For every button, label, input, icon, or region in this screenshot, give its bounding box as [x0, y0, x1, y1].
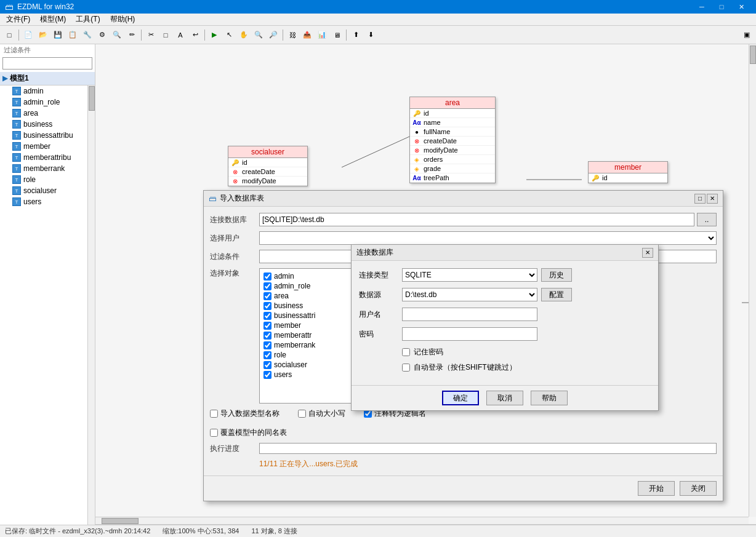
history-btn[interactable]: 历史 [541, 268, 572, 282]
cb-role[interactable] [263, 351, 271, 359]
toolbar-btn-select[interactable]: ↖ [222, 28, 236, 42]
toolbar-btn-pan[interactable]: ✋ [237, 28, 251, 42]
toolbar-btn-8[interactable]: ✏ [125, 28, 139, 42]
toolbar-btn-export3[interactable]: 🖥 [330, 28, 344, 42]
toolbar-btn-new[interactable]: 📄 [22, 28, 35, 42]
cb-admin[interactable] [263, 272, 271, 280]
password-input[interactable] [402, 327, 537, 341]
tree-item-role[interactable]: Trole [0, 174, 87, 185]
close-import-btn[interactable]: 关闭 [680, 481, 717, 496]
toolbar-btn-open[interactable]: 📂 [36, 28, 50, 42]
entity-socialuser-id: 🔑 id [228, 158, 307, 167]
minimize-button[interactable]: ─ [692, 0, 712, 14]
left-scroll-thumb[interactable] [89, 86, 95, 111]
toolbar-btn-save[interactable]: 💾 [51, 28, 65, 42]
table-icon: T [12, 131, 21, 140]
tree-item-admin[interactable]: Tadmin [0, 86, 87, 97]
cb-cover[interactable] [210, 429, 218, 437]
tree-item-businessattribu[interactable]: Tbusinessattribu [0, 130, 87, 141]
start-btn[interactable]: 开始 [638, 481, 675, 496]
toolbar-btn-zoom-out[interactable]: 🔎 [267, 28, 280, 42]
dialog-close-btn[interactable]: ✕ [707, 194, 718, 204]
tree-item-socialuser[interactable]: Tsocialuser [0, 185, 87, 196]
connect-cancel-btn[interactable]: 取消 [486, 391, 523, 405]
connect-dialog-titlebar[interactable]: 连接数据库 ✕ [352, 245, 658, 261]
cb-auto-case[interactable] [298, 410, 306, 418]
tree-item-memberattribu[interactable]: Tmemberattribu [0, 152, 87, 163]
cb-import-type[interactable] [210, 410, 218, 418]
toolbar-btn-7[interactable]: 🔍 [110, 28, 124, 42]
toolbar-btn-import1[interactable]: ⬆ [349, 28, 363, 42]
toolbar-btn-text[interactable]: A [174, 28, 187, 42]
toolbar-btn-1[interactable]: □ [2, 28, 16, 42]
toolbar-btn-import2[interactable]: ⬇ [364, 28, 377, 42]
option-auto-case[interactable]: 自动大小写 [298, 408, 345, 419]
left-scrollbar[interactable] [87, 86, 95, 525]
cb-autologin[interactable] [402, 364, 410, 372]
cb-admin_role[interactable] [263, 282, 271, 290]
canvas-scroll-thumb-h[interactable] [102, 518, 139, 524]
cb-users[interactable] [263, 371, 271, 379]
canvas-scrollbar-h[interactable] [95, 517, 749, 524]
toolbar-btn-link[interactable]: ⛓ [286, 28, 299, 42]
menu-tools[interactable]: 工具(T) [71, 13, 105, 26]
cb-remember[interactable] [402, 348, 410, 356]
entity-socialuser[interactable]: socialuser 🔑 id ⊗ createDate ⊗ modifyDat… [228, 146, 308, 186]
option-import-type[interactable]: 导入数据类型名称 [210, 408, 279, 419]
source-input[interactable]: D:\test.db [402, 288, 537, 301]
status-bar: 已保存: 临时文件 - ezdml_x32(3).~dmh 20:14:42 缩… [0, 525, 756, 537]
toolbar-btn-zoom-in[interactable]: 🔍 [252, 28, 265, 42]
tree-item-area[interactable]: Tarea [0, 108, 87, 119]
autologin-label: 自动登录（按住SHIFT键跳过） [414, 362, 517, 373]
toolbar-btn-6[interactable]: ⚙ [95, 28, 109, 42]
toolbar-btn-run[interactable]: ▶ [207, 28, 221, 42]
menu-file[interactable]: 文件(F) [1, 13, 35, 26]
connect-ok-btn[interactable]: 确定 [442, 391, 479, 405]
cb-memberattr[interactable] [263, 332, 271, 340]
config-btn[interactable]: 配置 [541, 288, 572, 301]
db-input[interactable] [259, 213, 694, 226]
toolbar-btn-export1[interactable]: 📤 [300, 28, 314, 42]
toolbar-btn-export2[interactable]: 📊 [315, 28, 329, 42]
toolbar-btn-undo[interactable]: ↩ [188, 28, 202, 42]
cb-memberrank[interactable] [263, 341, 271, 349]
cb-business[interactable] [263, 302, 271, 310]
toolbar-btn-end[interactable]: ▣ [740, 28, 754, 42]
dialog-min-btn[interactable]: □ [694, 194, 706, 204]
cb-socialuser[interactable] [263, 361, 271, 369]
toolbar-btn-5[interactable]: 🔧 [81, 28, 94, 42]
svg-line-2 [342, 137, 409, 167]
option-cover[interactable]: 覆盖模型中的同名表 [210, 428, 717, 438]
entity-area[interactable]: area 🔑 id Aα name ● fullName ⊗ createDat… [409, 97, 496, 183]
type-select[interactable]: SQLITE [402, 268, 537, 282]
connect-close-btn[interactable]: ✕ [642, 248, 653, 258]
db-browse-btn[interactable]: .. [697, 213, 717, 226]
orders-icon: ◈ [412, 156, 421, 163]
maximize-button[interactable]: □ [712, 0, 731, 14]
tree-item-business[interactable]: Tbusiness [0, 119, 87, 130]
table-icon: T [12, 197, 21, 206]
cb-area[interactable] [263, 292, 271, 300]
tree-item-member[interactable]: Tmember [0, 141, 87, 152]
import-dialog-titlebar[interactable]: 🗃 导入数据库表 □ ✕ [204, 191, 723, 207]
close-button[interactable]: ✕ [731, 0, 751, 14]
tree-item-users[interactable]: Tusers [0, 196, 87, 207]
entity-member[interactable]: member 🔑 id [588, 161, 668, 183]
cb-businessattri[interactable] [263, 312, 271, 320]
toolbar-btn-copy[interactable]: □ [159, 28, 172, 42]
connect-help-btn[interactable]: 帮助 [531, 391, 568, 405]
canvas-scroll-thumb-v[interactable] [750, 46, 756, 64]
canvas-area[interactable]: area 🔑 id Aα name ● fullName ⊗ createDat… [95, 44, 756, 525]
canvas-scrollbar-v[interactable] [749, 44, 756, 517]
username-input[interactable] [402, 308, 537, 321]
menu-help[interactable]: 帮助(H) [105, 13, 140, 26]
cb-member[interactable] [263, 322, 271, 330]
filter-input[interactable] [2, 57, 92, 70]
tree-item-memberrank[interactable]: Tmemberrank [0, 163, 87, 174]
user-select[interactable] [259, 231, 717, 245]
toolbar-btn-cut[interactable]: ✂ [144, 28, 158, 42]
toolbar-btn-4[interactable]: 📋 [66, 28, 79, 42]
menu-model[interactable]: 模型(M) [35, 13, 71, 26]
connect-dialog-title-text: 连接数据库 [356, 247, 393, 258]
tree-item-admin_role[interactable]: Tadmin_role [0, 97, 87, 108]
